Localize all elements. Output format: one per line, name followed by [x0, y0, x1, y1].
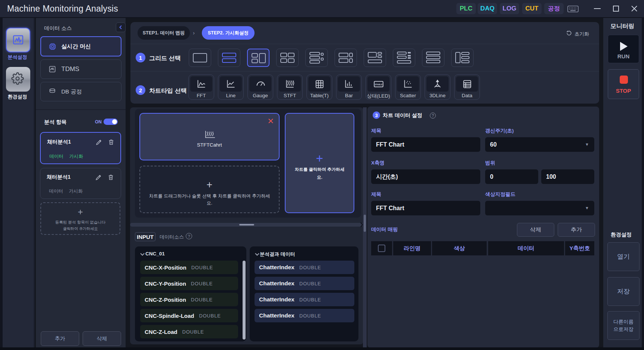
- svg-text:STABLE: STABLE: [375, 83, 382, 85]
